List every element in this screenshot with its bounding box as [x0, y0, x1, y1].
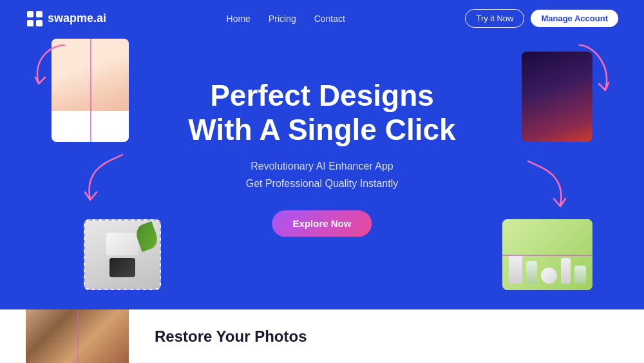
restore-heading: Restore Your Photos	[155, 328, 307, 346]
nav-home[interactable]: Home	[227, 14, 251, 24]
hero-content: Perfect Designs With A Single Click Revo…	[188, 79, 455, 237]
nav-pricing[interactable]: Pricing	[269, 14, 296, 24]
nav-links: Home Pricing Contact	[227, 13, 345, 25]
deco-image-products	[502, 219, 592, 290]
bottom-image	[26, 309, 129, 363]
explore-now-button[interactable]: Explore Now	[272, 210, 372, 237]
svg-rect-0	[27, 11, 33, 17]
hero-title: Perfect Designs With A Single Click	[188, 79, 455, 147]
deco-image-clothes	[84, 219, 161, 290]
svg-rect-2	[27, 20, 33, 26]
hero-subtitle: Revolutionary AI Enhancer App Get Profes…	[188, 157, 455, 192]
try-it-now-button[interactable]: Try it Now	[465, 9, 524, 28]
nav-contact[interactable]: Contact	[314, 14, 345, 24]
arrow-mid-right	[502, 155, 580, 219]
nav-buttons: Try it Now Manage Account	[465, 9, 618, 28]
bottom-section: Restore Your Photos	[0, 309, 644, 363]
brand-name: swapme.ai	[48, 12, 106, 25]
logo: swapme.ai	[26, 10, 106, 28]
navbar: swapme.ai Home Pricing Contact Try it No…	[0, 0, 644, 37]
deco-image-portrait	[522, 52, 592, 142]
svg-rect-1	[36, 11, 43, 17]
logo-icon	[26, 10, 44, 28]
hero-section: swapme.ai Home Pricing Contact Try it No…	[0, 0, 644, 309]
svg-rect-3	[36, 20, 43, 26]
arrow-mid-left	[71, 148, 148, 213]
deco-image-woman	[52, 39, 129, 142]
manage-account-button[interactable]: Manage Account	[531, 10, 618, 27]
